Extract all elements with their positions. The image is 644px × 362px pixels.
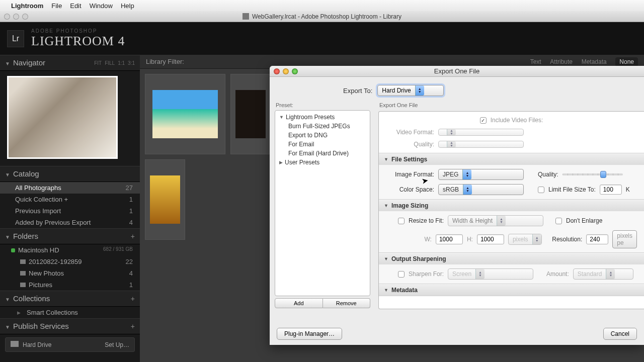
folders-header[interactable]: ▼Folders + — [0, 228, 140, 244]
dialog-minimize-icon[interactable] — [283, 68, 289, 74]
chevron-down-icon: ▼ — [279, 115, 284, 120]
catalog-item-all[interactable]: All Photographs27 — [0, 182, 140, 194]
resolution-input[interactable] — [586, 234, 608, 244]
width-input[interactable] — [436, 234, 463, 244]
preset-group-lightroom[interactable]: ▼Lightroom Presets — [275, 113, 370, 122]
limit-filesize-checkbox[interactable] — [538, 187, 544, 193]
select-arrows-icon: ▲▼ — [532, 234, 541, 244]
menu-file[interactable]: File — [51, 2, 62, 10]
thumbnail[interactable] — [145, 74, 225, 154]
resolution-unit-select[interactable]: pixels pe — [612, 230, 637, 248]
dialog-zoom-icon[interactable] — [292, 68, 298, 74]
metadata-header[interactable]: ▼Metadata — [379, 284, 644, 296]
navigator-preview[interactable] — [0, 71, 140, 166]
app-menu[interactable]: Lightroom — [11, 2, 43, 10]
catalog-header[interactable]: ▼Catalog — [0, 166, 140, 182]
catalog-item-export[interactable]: Added by Previous Export4 — [0, 217, 140, 228]
video-quality-label: Quality: — [386, 141, 434, 148]
window-minimize-icon[interactable] — [13, 14, 19, 20]
nav-mode-1to1[interactable]: 1:1 — [118, 60, 125, 66]
preset-list[interactable]: ▼Lightroom Presets Burn Full-Sized JPEGs… — [275, 110, 370, 296]
select-arrows-icon: ▲▼ — [497, 216, 506, 226]
plugin-manager-button[interactable]: Plug-in Manager… — [277, 328, 342, 340]
preset-remove-button[interactable]: Remove — [323, 298, 371, 308]
height-label: H: — [467, 236, 473, 243]
dialog-close-icon[interactable] — [274, 68, 280, 74]
nav-mode-3to1[interactable]: 3:1 — [128, 60, 135, 66]
color-space-select[interactable]: sRGB▲▼ — [438, 184, 524, 195]
image-sizing-header[interactable]: ▼Image Sizing — [379, 200, 644, 211]
folder-item[interactable]: Pictures1 — [0, 279, 140, 291]
navigator-header[interactable]: ▼Navigator FIT FILL 1:1 3:1 — [0, 55, 140, 71]
smart-collections[interactable]: ▶Smart Collections — [0, 307, 140, 318]
sharpen-for-select[interactable]: Screen▲▼ — [448, 268, 533, 280]
resolution-label: Resolution: — [552, 236, 582, 243]
file-settings-header[interactable]: ▼File Settings — [379, 153, 644, 165]
chevron-right-icon: ▶ — [279, 160, 283, 165]
nav-mode-fit[interactable]: FIT — [94, 60, 102, 66]
folder-item[interactable]: 20120822-19285922 — [0, 256, 140, 267]
width-label: W: — [424, 236, 431, 243]
preset-item[interactable]: For Email (Hard Drive) — [275, 149, 370, 158]
image-format-select[interactable]: JPEG▲▼ — [438, 169, 524, 180]
preset-add-button[interactable]: Add — [275, 298, 323, 308]
sharpen-checkbox[interactable] — [398, 271, 405, 278]
filter-metadata[interactable]: Metadata — [582, 58, 607, 65]
window-titlebar: WebGallery.lrcat - Adobe Photoshop Light… — [0, 11, 644, 22]
window-title: WebGallery.lrcat - Adobe Photoshop Light… — [252, 13, 401, 20]
publish-setup[interactable]: Set Up… — [105, 341, 129, 348]
cancel-button[interactable]: Cancel — [603, 328, 637, 340]
include-video-checkbox[interactable] — [480, 117, 487, 124]
chevron-down-icon: ▼ — [384, 203, 388, 208]
menu-edit[interactable]: Edit — [70, 2, 81, 10]
nav-mode-fill[interactable]: FILL — [105, 60, 115, 66]
chevron-down-icon: ▼ — [5, 324, 10, 330]
window-close-icon[interactable] — [4, 14, 10, 20]
height-input[interactable] — [477, 234, 504, 244]
size-unit-select[interactable]: pixels▲▼ — [508, 234, 542, 245]
preset-item[interactable]: Burn Full-Sized JPEGs — [275, 122, 370, 131]
macos-menubar: Lightroom File Edit Window Help — [0, 0, 644, 11]
export-to-label: Export To: — [343, 87, 372, 95]
settings-label: Export One File — [378, 101, 644, 111]
filter-attribute[interactable]: Attribute — [550, 58, 573, 65]
add-folder-icon[interactable]: + — [131, 232, 135, 240]
publish-service-hard-drive[interactable]: Hard Drive Set Up… — [5, 337, 135, 352]
filter-text[interactable]: Text — [530, 58, 541, 65]
select-arrows-icon: ▲▼ — [447, 129, 456, 135]
menu-window[interactable]: Window — [90, 2, 113, 10]
limit-filesize-input[interactable] — [600, 185, 622, 195]
catalog-item-previous[interactable]: Previous Import1 — [0, 205, 140, 217]
add-collection-icon[interactable]: + — [131, 295, 135, 303]
filter-none[interactable]: None — [615, 57, 638, 66]
collections-title: Collections — [13, 294, 50, 303]
dont-enlarge-label: Don't Enlarge — [566, 217, 602, 224]
folder-item[interactable]: New Photos4 — [0, 267, 140, 279]
collections-header[interactable]: ▼Collections + — [0, 291, 140, 307]
window-zoom-icon[interactable] — [22, 14, 28, 20]
thumbnail[interactable] — [230, 74, 271, 154]
quality-slider[interactable] — [562, 173, 623, 175]
chevron-down-icon: ▼ — [5, 297, 10, 302]
chevron-down-icon: ▼ — [384, 256, 388, 261]
publish-header[interactable]: ▼Publish Services + — [0, 318, 140, 334]
sharpen-amount-select[interactable]: Standard▲▼ — [573, 268, 633, 280]
dont-enlarge-checkbox[interactable] — [555, 218, 562, 224]
thumbnail[interactable] — [145, 159, 185, 240]
export-to-select[interactable]: Hard Drive▲▼ — [377, 85, 444, 96]
preset-item[interactable]: For Email — [275, 140, 370, 149]
catalog-item-quick[interactable]: Quick Collection +1 — [0, 194, 140, 205]
chevron-down-icon: ▼ — [5, 234, 10, 240]
library-filter-label: Library Filter: — [146, 58, 184, 65]
resize-mode-select[interactable]: Width & Height▲▼ — [448, 215, 543, 226]
folders-disk[interactable]: Macintosh HD 682 / 931 GB — [0, 244, 140, 256]
select-arrows-icon: ▲▼ — [475, 269, 485, 279]
preset-item[interactable]: Export to DNG — [275, 131, 370, 140]
output-sharpening-header[interactable]: ▼Output Sharpening — [379, 253, 644, 264]
menu-help[interactable]: Help — [121, 2, 134, 10]
resize-checkbox[interactable] — [398, 218, 405, 224]
preset-group-user[interactable]: ▶User Presets — [275, 158, 370, 167]
add-publish-icon[interactable]: + — [131, 322, 135, 330]
chevron-down-icon: ▼ — [5, 172, 10, 177]
chevron-down-icon: ▼ — [384, 288, 388, 293]
